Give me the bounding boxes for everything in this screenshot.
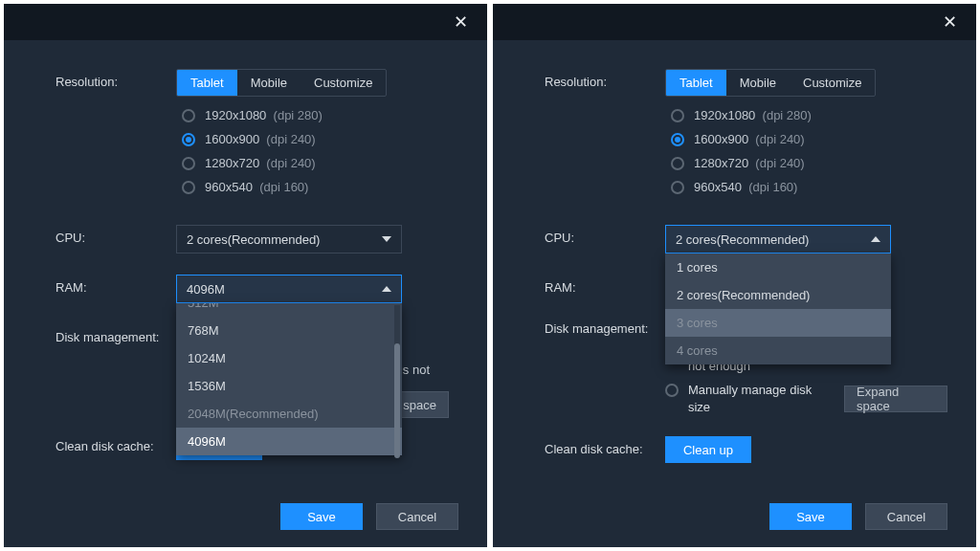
cpu-select-value: 2 cores(Recommended) [676,232,809,247]
resolution-list: 1920x1080 (dpi 280) 1600x900 (dpi 240) [665,108,947,194]
ram-label: RAM: [56,275,176,295]
radio-icon [671,157,684,170]
cpu-option[interactable]: 3 cores [665,309,891,337]
resolution-text: 1920x1080 (dpi 280) [694,108,812,122]
ram-option[interactable]: 1024M [176,344,402,372]
resolution-option[interactable]: 1280x720 (dpi 240) [671,156,947,170]
tab-mobile[interactable]: Mobile [726,70,790,96]
cpu-label: CPU: [545,225,665,245]
radio-icon [182,133,195,146]
disk-manual-label: Manually manage disk size [688,382,836,415]
radio-icon [671,181,684,194]
close-icon[interactable]: ✕ [446,8,476,36]
disk-manual-option[interactable]: Manually manage disk size [665,382,836,415]
content: Resolution: Tablet Mobile Customize 1920… [493,40,976,486]
resolution-text: 1280x720 (dpi 240) [694,156,805,170]
resolution-text: 1920x1080 (dpi 280) [205,108,323,122]
tab-tablet[interactable]: Tablet [666,70,726,96]
cpu-select[interactable]: 2 cores(Recommended) [176,225,402,253]
row-resolution: Resolution: Tablet Mobile Customize 1920… [56,69,458,204]
cpu-select[interactable]: 2 cores(Recommended) [665,225,891,253]
ram-select[interactable]: 4096M [176,275,402,303]
settings-dialog-left: ✕ Resolution: Tablet Mobile Customize 19… [4,4,487,547]
disk-label: Disk management: [56,324,176,344]
ram-option[interactable]: 768M [176,317,402,344]
resolution-option[interactable]: 1280x720 (dpi 240) [182,156,458,170]
resolution-text: 1600x900 (dpi 240) [205,132,316,146]
chevron-up-icon [382,286,391,292]
tab-customize[interactable]: Customize [301,70,386,96]
row-clean: Clean disk cache: Clean up [545,436,947,463]
tab-mobile[interactable]: Mobile [237,70,301,96]
titlebar: ✕ [493,4,976,40]
chevron-down-icon [382,236,391,242]
settings-dialog-right: ✕ Resolution: Tablet Mobile Customize 19… [493,4,976,547]
resolution-label: Resolution: [545,69,665,89]
cpu-option[interactable]: 4 cores [665,337,891,364]
clean-label: Clean disk cache: [56,433,176,453]
resolution-option[interactable]: 1920x1080 (dpi 280) [182,108,458,122]
resolution-tabs: Tablet Mobile Customize [176,69,387,97]
save-button[interactable]: Save [280,503,363,530]
tab-tablet[interactable]: Tablet [177,70,237,96]
titlebar: ✕ [4,4,487,40]
clean-label: Clean disk cache: [545,436,665,456]
ram-label: RAM: [545,275,665,295]
row-cpu: CPU: 2 cores(Recommended) [56,225,458,253]
row-resolution: Resolution: Tablet Mobile Customize 1920… [545,69,947,204]
content: Resolution: Tablet Mobile Customize 1920… [4,40,487,486]
radio-icon [665,384,679,397]
radio-icon [182,181,195,194]
cpu-option[interactable]: 2 cores(Recommended) [665,281,891,309]
close-icon[interactable]: ✕ [935,8,965,36]
row-ram: RAM: 4096M 512M 768M 1024M 1536M 2048M(R… [56,275,458,303]
dialog-footer: Save Cancel [4,486,487,547]
scrollbar[interactable] [394,305,400,453]
chevron-up-icon [871,236,880,242]
radio-icon [182,157,195,170]
radio-icon [671,109,684,122]
resolution-text: 960x540 (dpi 160) [205,180,308,194]
cpu-select-value: 2 cores(Recommended) [187,232,320,247]
cpu-dropdown: 1 cores 2 cores(Recommended) 3 cores 4 c… [665,253,891,364]
resolution-option[interactable]: 960x540 (dpi 160) [671,180,947,194]
resolution-text: 960x540 (dpi 160) [694,180,797,194]
ram-option[interactable]: 512M [176,303,402,317]
disk-label: Disk management: [545,316,665,336]
cancel-button[interactable]: Cancel [376,503,458,530]
scrollbar-thumb[interactable] [394,343,400,458]
save-button[interactable]: Save [769,503,852,530]
ram-option[interactable]: 2048M(Recommended) [176,400,402,428]
cancel-button[interactable]: Cancel [865,503,947,530]
resolution-list: 1920x1080 (dpi 280) 1600x900 (dpi 240) [176,108,458,194]
resolution-option[interactable]: 1600x900 (dpi 240) [671,132,947,146]
resolution-option[interactable]: 960x540 (dpi 160) [182,180,458,194]
cpu-option[interactable]: 1 cores [665,253,891,281]
row-cpu: CPU: 2 cores(Recommended) 1 cores 2 core… [545,225,947,253]
radio-icon [182,109,195,122]
cpu-label: CPU: [56,225,176,245]
expand-space-button[interactable]: Expand space [844,386,947,412]
resolution-option[interactable]: 1600x900 (dpi 240) [182,132,458,146]
ram-option[interactable]: 4096M [176,428,402,455]
ram-option[interactable]: 1536M [176,372,402,400]
dialog-footer: Save Cancel [493,486,976,547]
resolution-text: 1600x900 (dpi 240) [694,132,805,146]
ram-dropdown: 512M 768M 1024M 1536M 2048M(Recommended)… [176,303,402,455]
resolution-text: 1280x720 (dpi 240) [205,156,316,170]
ram-select-value: 4096M [187,282,225,297]
tab-customize[interactable]: Customize [790,70,875,96]
radio-icon [671,133,684,146]
cleanup-button[interactable]: Clean up [665,436,751,463]
resolution-tabs: Tablet Mobile Customize [665,69,876,97]
resolution-label: Resolution: [56,69,176,89]
resolution-option[interactable]: 1920x1080 (dpi 280) [671,108,947,122]
